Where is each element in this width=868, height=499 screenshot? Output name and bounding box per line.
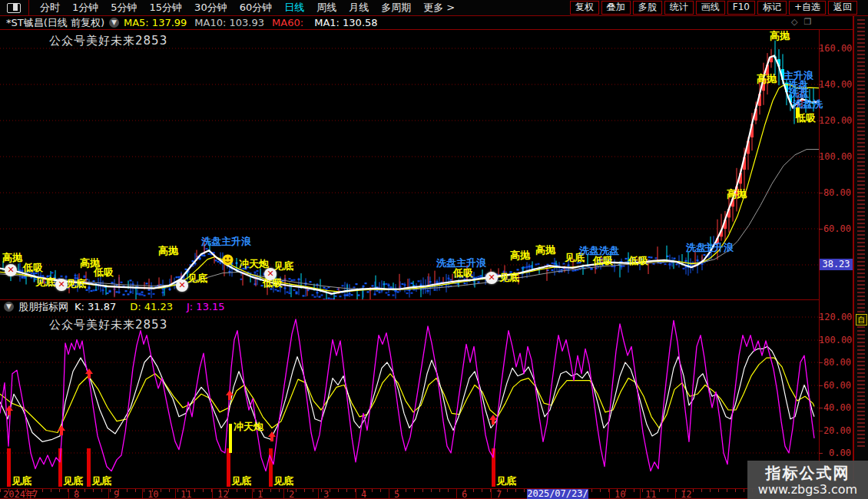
sidebar-button[interactable]: 自 [856, 314, 867, 326]
toolbar-button-统计[interactable]: 统计 [664, 1, 694, 15]
menu-item-60分钟[interactable]: 60分钟 [234, 1, 279, 15]
toolbar-button-复权[interactable]: 复权 [570, 1, 599, 15]
axis-tick[interactable] [819, 385, 823, 386]
axis-label[interactable]: 100.00 [819, 335, 851, 345]
time-axis-label[interactable]: 3 [323, 490, 329, 499]
axis-label[interactable]: 0.00 [819, 448, 851, 458]
axis-label[interactable]: 40.00 [819, 403, 851, 412]
time-axis-label[interactable]: 4 [361, 490, 366, 499]
axis-label[interactable]: 120.00 [819, 312, 851, 322]
axis-label[interactable]: 60.00 [819, 381, 851, 390]
toolbar-buttons: 复权叠加多股统计画线F10标记+自选返回 [570, 1, 857, 15]
time-axis-label[interactable]: 7 [496, 490, 502, 499]
stock-info-bar: *ST铖昌(日线 前复权) ▼ MA5: 137.99MA10: 103.93M… [0, 16, 853, 29]
time-axis-label[interactable]: 2 [289, 490, 294, 499]
axis-tick[interactable] [819, 340, 823, 341]
axis-tick[interactable] [819, 408, 823, 408]
menu-item-1分钟[interactable]: 1分钟 [66, 1, 104, 15]
menu-item-周线[interactable]: 周线 [310, 1, 343, 15]
axis-label[interactable]: 80.00 [819, 358, 851, 367]
axis-tick[interactable] [819, 431, 823, 431]
time-axis-separator[interactable] [356, 489, 356, 499]
kdj-values: K: 31.87D: 41.23J: 13.15 [68, 301, 233, 312]
right-sidebar-strip[interactable]: 自 [853, 16, 868, 499]
axis-tick[interactable] [819, 84, 823, 85]
time-axis-separator[interactable] [675, 489, 676, 499]
time-axis-separator[interactable] [175, 489, 176, 499]
axis-tick[interactable] [819, 48, 823, 49]
time-axis-label[interactable]: 6 [462, 490, 467, 499]
time-axis-separator[interactable] [142, 489, 143, 499]
axis-label[interactable]: 20.00 [819, 426, 851, 435]
axis-label[interactable]: 60.00 [819, 224, 851, 233]
axis-tick[interactable] [819, 157, 823, 157]
time-axis-separator[interactable] [389, 489, 389, 499]
time-axis-label[interactable]: 10 [615, 490, 625, 499]
time-axis-label[interactable]: 11 [645, 490, 656, 499]
xaxis-minor-ticks [0, 489, 819, 492]
time-axis-separator[interactable] [108, 489, 109, 499]
split-window-icon[interactable]: ❐ [803, 17, 817, 27]
time-axis-label[interactable]: 10 [147, 490, 158, 499]
kdj-value: D: 41.23 [130, 301, 173, 312]
axis-tick[interactable] [819, 453, 823, 454]
axis-label[interactable]: 120.00 [819, 116, 851, 125]
toolbar-button-多股[interactable]: 多股 [633, 1, 662, 15]
ma-value: MA5: 137.99 [124, 17, 187, 28]
toolbar-button-画线[interactable]: 画线 [696, 1, 725, 15]
axis-label[interactable]: 100.00 [819, 152, 851, 161]
axis-tick[interactable] [819, 317, 823, 318]
main-price-chart[interactable] [0, 29, 819, 299]
axis-label[interactable]: 140.00 [819, 80, 851, 89]
time-axis-separator[interactable] [68, 489, 69, 499]
axis-label[interactable]: 80.00 [819, 188, 851, 197]
time-axis-label[interactable]: 8 [74, 490, 79, 499]
kdj-indicator-chart[interactable] [0, 313, 819, 488]
chart-corner-icons[interactable]: ◇❐ [791, 17, 817, 27]
menu-item-月线[interactable]: 月线 [343, 1, 375, 15]
window-layout-icon[interactable] [7, 3, 21, 13]
time-axis-separator[interactable] [456, 489, 457, 499]
time-axis-label[interactable]: 11 [181, 490, 191, 499]
time-axis-label[interactable]: 12 [681, 490, 691, 499]
axis-tick[interactable] [819, 121, 823, 121]
time-axis-label[interactable]: 12 [217, 490, 228, 499]
time-axis-separator[interactable] [491, 489, 492, 499]
kdj-value: K: 31.87 [75, 301, 116, 312]
chevron-down-icon[interactable]: ▼ [109, 18, 119, 28]
menu-item-5分钟[interactable]: 5分钟 [104, 1, 143, 15]
time-axis-separator[interactable] [252, 489, 253, 499]
time-axis-separator[interactable] [212, 489, 213, 499]
menu-item-分时[interactable]: 分时 [34, 1, 66, 15]
toolbar-button-返回[interactable]: 返回 [828, 1, 857, 15]
toolbar-button-标记[interactable]: 标记 [757, 1, 787, 15]
axis-tick[interactable] [819, 229, 823, 230]
chevron-down-icon[interactable]: ▼ [4, 302, 14, 312]
diamond-icon[interactable]: ◇ [791, 17, 803, 27]
time-axis-label[interactable]: 5 [394, 490, 399, 499]
indicator-name: 股朋指标网 [18, 300, 68, 314]
toolbar-button-叠加[interactable]: 叠加 [601, 1, 631, 15]
time-axis-label[interactable]: 2024年 [3, 490, 35, 499]
time-axis-separator[interactable] [640, 489, 641, 499]
time-axis-label[interactable]: 7 [32, 490, 38, 499]
time-axis-label[interactable]: 1 [257, 490, 263, 499]
time-axis-separator[interactable] [27, 489, 28, 499]
ma-value: MA60: [272, 17, 306, 28]
axis-tick[interactable] [819, 193, 823, 193]
toolbar-button-+自选[interactable]: +自选 [789, 1, 826, 15]
axis-tick[interactable] [819, 362, 823, 363]
menu-item-更多 >[interactable]: 更多 > [417, 1, 461, 15]
time-axis-separator[interactable] [318, 489, 319, 499]
menu-item-15分钟[interactable]: 15分钟 [144, 1, 189, 15]
menu-item-多周期[interactable]: 多周期 [375, 1, 417, 15]
kdj-value: J: 13.15 [187, 301, 225, 312]
menu-item-30分钟[interactable]: 30分钟 [188, 1, 234, 15]
time-axis-separator[interactable] [283, 489, 284, 499]
time-axis-separator[interactable] [609, 489, 610, 499]
time-axis-label[interactable]: 9 [114, 490, 119, 499]
tdx-chart-window: 分时1分钟5分钟15分钟30分钟60分钟日线周线月线多周期更多 > 复权叠加多股… [0, 0, 868, 499]
menu-item-日线[interactable]: 日线 [278, 1, 310, 15]
toolbar-button-F10[interactable]: F10 [727, 1, 755, 15]
axis-label[interactable]: 160.00 [819, 44, 851, 53]
